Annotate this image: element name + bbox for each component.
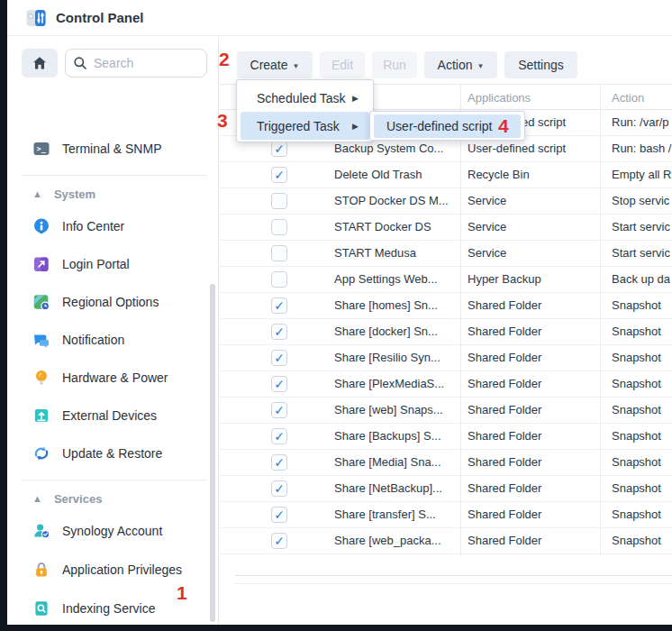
- sidebar-item-synology-account[interactable]: Synology Account: [22, 518, 207, 544]
- enabled-checkbox-checked[interactable]: ✓: [271, 480, 287, 497]
- button-label: Create: [250, 58, 288, 72]
- indexing-service-icon: [32, 599, 50, 617]
- action-cell: Snapshot: [612, 403, 661, 416]
- menu-item-scheduled-task[interactable]: Scheduled Task▶: [241, 84, 369, 112]
- table-row[interactable]: ✓Share [Resilio Syn...Shared FolderSnaps…: [220, 345, 672, 371]
- table-row[interactable]: STOP Docker DS M...ServiceStop servic: [220, 188, 672, 215]
- sidebar-item-external-devices[interactable]: External Devices: [22, 403, 207, 428]
- applications-cell: Shared Folder: [468, 508, 541, 521]
- sidebar-item-application-privileges[interactable]: Application Privileges: [22, 557, 207, 582]
- enabled-checkbox-checked[interactable]: ✓: [271, 428, 287, 444]
- applications-cell: Shared Folder: [468, 325, 541, 338]
- sidebar-item-label: Update & Restore: [62, 446, 162, 461]
- action-cell: Snapshot: [612, 351, 661, 364]
- enabled-checkbox-unchecked[interactable]: [271, 193, 287, 209]
- synology-account-icon: [32, 522, 50, 540]
- table-row[interactable]: App Settings Web...Hyper BackupBack up d…: [220, 267, 672, 293]
- table-row[interactable]: ✓Share [homes] Sn...Shared FolderSnapsho…: [220, 293, 672, 319]
- task-name-cell: Share [web] Snaps...: [334, 403, 443, 416]
- table-row[interactable]: ✓Share [web_packa...Shared FolderSnapsho…: [220, 528, 672, 554]
- edit-button: Edit: [320, 51, 365, 78]
- table-row[interactable]: ✓Share [transfer] S...Shared FolderSnaps…: [220, 502, 672, 528]
- task-name-cell: App Settings Web...: [334, 272, 438, 286]
- sidebar-scrollbar[interactable]: [210, 284, 215, 622]
- enabled-checkbox-unchecked[interactable]: [271, 271, 287, 288]
- action-cell: Snapshot: [612, 377, 661, 390]
- applications-cell: Shared Folder: [468, 403, 541, 416]
- column-header-action[interactable]: Action: [612, 91, 644, 105]
- regional-options-icon: [32, 293, 50, 311]
- table-row[interactable]: ✓Share [Backups] S...Shared FolderSnapsh…: [220, 424, 672, 450]
- action-cell: Snapshot: [612, 325, 661, 338]
- applications-cell: Shared Folder: [468, 455, 541, 469]
- control-panel-icon: [25, 7, 47, 29]
- home-icon: [32, 55, 48, 71]
- sidebar-item-info-center[interactable]: Info Center: [22, 214, 207, 239]
- sidebar-group-services[interactable]: ▲Services: [32, 489, 204, 508]
- task-name-cell: Share [web_packa...: [334, 534, 441, 547]
- enabled-checkbox-checked[interactable]: ✓: [271, 376, 287, 392]
- enabled-checkbox-checked[interactable]: ✓: [271, 533, 287, 549]
- create-menu: Scheduled Task▶Triggered Task▶: [236, 79, 374, 142]
- action-cell: Stop servic: [612, 194, 669, 207]
- sidebar-item-terminal-snmp[interactable]: >_Terminal & SNMP: [22, 136, 207, 161]
- sidebar-item-login-portal[interactable]: Login Portal: [22, 251, 207, 277]
- menu-item-label: Triggered Task: [257, 119, 340, 133]
- button-label: Run: [383, 58, 406, 72]
- sidebar-nav: >_Terminal & SNMP▲SystemInfo CenterLogin…: [7, 87, 218, 625]
- action-cell: Snapshot: [612, 481, 661, 495]
- sidebar: >_Terminal & SNMP▲SystemInfo CenterLogin…: [7, 37, 219, 625]
- enabled-checkbox-checked[interactable]: ✓: [271, 324, 287, 340]
- action-button[interactable]: Action▼: [424, 51, 497, 78]
- enabled-checkbox-checked[interactable]: ✓: [271, 141, 287, 157]
- annotation-1: 1: [177, 582, 187, 604]
- sidebar-item-hardware-power[interactable]: Hardware & Power: [22, 365, 207, 390]
- home-button[interactable]: [22, 49, 58, 78]
- enabled-checkbox-checked[interactable]: ✓: [271, 507, 287, 523]
- login-portal-icon: [32, 255, 50, 273]
- button-label: Settings: [518, 58, 564, 72]
- enabled-checkbox-unchecked[interactable]: [271, 245, 287, 261]
- sidebar-item-label: Hardware & Power: [62, 370, 168, 385]
- action-cell: Snapshot: [612, 534, 661, 547]
- enabled-checkbox-checked[interactable]: ✓: [271, 167, 287, 183]
- sidebar-item-label: Info Center: [62, 219, 124, 233]
- search-box[interactable]: [65, 49, 207, 78]
- sidebar-group-label: Services: [54, 492, 103, 506]
- sidebar-item-update-restore[interactable]: Update & Restore: [22, 441, 207, 466]
- enabled-checkbox-checked[interactable]: ✓: [271, 454, 287, 471]
- sidebar-divider: [22, 480, 207, 480]
- table-row[interactable]: START MedusaServiceStart servic: [220, 241, 672, 267]
- table-row[interactable]: ✓Share [docker] Sn...Shared FolderSnapsh…: [220, 319, 672, 345]
- settings-button[interactable]: Settings: [504, 51, 577, 78]
- table-row[interactable]: ✓Delete Old TrashRecycle BinEmpty all R: [220, 162, 672, 188]
- submenu-item-label: User-defined script: [386, 119, 493, 133]
- column-header-applications[interactable]: Applications: [468, 91, 531, 105]
- search-input[interactable]: [94, 56, 193, 70]
- menu-item-label: Scheduled Task: [257, 91, 346, 105]
- sidebar-item-label: Login Portal: [62, 257, 130, 271]
- table-row[interactable]: START Docker DSServiceStart servic: [220, 215, 672, 241]
- enabled-checkbox-checked[interactable]: ✓: [271, 402, 287, 418]
- sidebar-item-label: Regional Options: [62, 295, 159, 309]
- task-name-cell: STOP Docker DS M...: [334, 194, 449, 207]
- table-row[interactable]: ✓Share [web] Snaps...Shared FolderSnapsh…: [220, 398, 672, 424]
- create-button[interactable]: Create▼: [237, 51, 313, 78]
- sidebar-item-regional-options[interactable]: Regional Options: [22, 289, 207, 315]
- action-cell: Run: bash /: [612, 142, 672, 155]
- sidebar-item-label: Synology Account: [62, 524, 162, 538]
- run-button: Run: [372, 51, 417, 78]
- enabled-checkbox-unchecked[interactable]: [271, 219, 287, 235]
- table-row[interactable]: ✓Share [Media] Sna...Shared FolderSnapsh…: [220, 450, 672, 476]
- submenu-arrow-icon: ▶: [352, 122, 359, 131]
- enabled-checkbox-checked[interactable]: ✓: [271, 350, 287, 366]
- terminal-icon: >_: [32, 140, 50, 158]
- menu-item-triggered-task[interactable]: Triggered Task▶: [241, 112, 369, 140]
- sidebar-group-system[interactable]: ▲System: [32, 185, 204, 203]
- sidebar-item-notification[interactable]: Notification: [22, 327, 207, 352]
- table-row[interactable]: ✓Share [PlexMediaS...Shared FolderSnapsh…: [220, 371, 672, 398]
- table-row[interactable]: ✓Share [NetBackup]...Shared FolderSnapsh…: [220, 476, 672, 502]
- enabled-checkbox-checked[interactable]: ✓: [271, 297, 287, 314]
- action-cell: Run: /var/p: [612, 115, 669, 129]
- task-name-cell: Share [transfer] S...: [334, 508, 436, 521]
